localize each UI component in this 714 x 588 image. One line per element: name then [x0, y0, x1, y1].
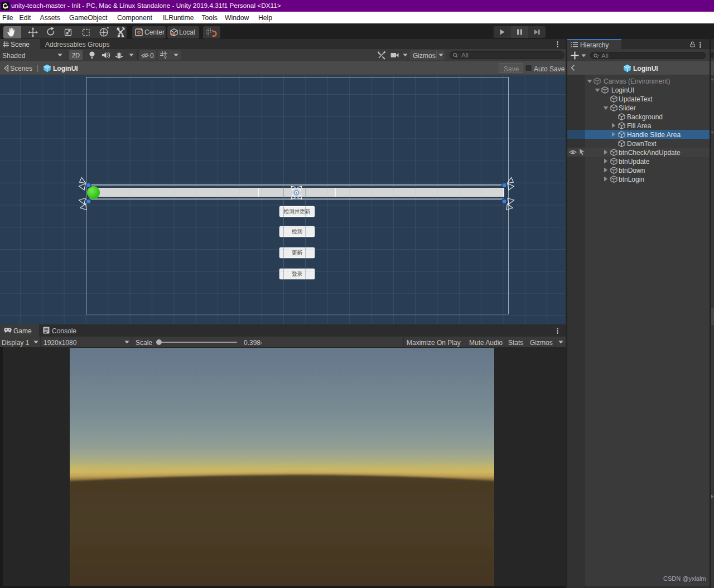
svg-text:Y: Y — [164, 55, 167, 60]
